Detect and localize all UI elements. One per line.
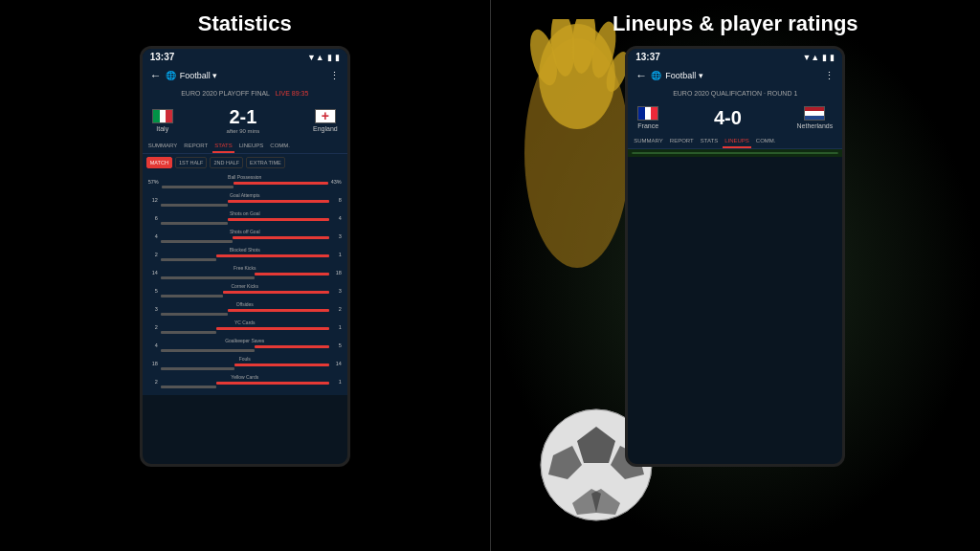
stat-bars: Corner Kicks bbox=[161, 283, 329, 298]
nav-left-right: ← 🌐 Football ▾ bbox=[635, 69, 703, 82]
tab-summary-right[interactable]: SUMMARY bbox=[632, 135, 665, 148]
bar-away bbox=[161, 258, 216, 261]
stat-bars: Shots off Goal bbox=[161, 229, 329, 243]
battery-icon-right: ▮ bbox=[830, 53, 835, 62]
score-main-right: 4-0 bbox=[714, 107, 742, 129]
bar-away bbox=[161, 367, 234, 370]
team-home-left: Italy bbox=[152, 109, 173, 132]
back-button-left[interactable]: ← bbox=[150, 69, 162, 82]
right-panel: Lineups & player ratings 13:37 ▼▲ ▮ ▮ ← … bbox=[491, 0, 981, 551]
back-button-right[interactable]: ← bbox=[635, 69, 647, 82]
tab-stats-left[interactable]: STATS bbox=[212, 140, 234, 153]
brand-right[interactable]: Football ▾ bbox=[665, 71, 703, 80]
stat-bars: Offsides bbox=[161, 301, 329, 316]
bar-home bbox=[228, 200, 329, 203]
status-icons-right: ▼▲ ▮ ▮ bbox=[802, 53, 835, 62]
share-button-right[interactable]: ⋮ bbox=[824, 70, 835, 82]
stat-row: 14Free Kicks18 bbox=[148, 265, 342, 279]
stat-away-val: 2 bbox=[332, 306, 342, 312]
stat-home-val: 3 bbox=[148, 306, 158, 312]
stat-bars: Goalkeeper Saves bbox=[161, 338, 329, 352]
score-center-left: 2-1 after 90 mins bbox=[227, 106, 260, 134]
stat-label: Corner Kicks bbox=[161, 283, 329, 289]
bar-away bbox=[161, 222, 228, 225]
player-dot bbox=[794, 152, 808, 154]
tab-commentary-left[interactable]: COMM. bbox=[268, 140, 292, 153]
globe-icon-left: 🌐 bbox=[166, 71, 176, 80]
filter-et-left[interactable]: EXTRA TIME bbox=[246, 157, 285, 168]
tabs-right: SUMMARY REPORT STATS LINEUPS COMM. bbox=[628, 135, 842, 149]
time-left: 13:37 bbox=[150, 52, 175, 62]
brand-left[interactable]: Football ▾ bbox=[180, 71, 218, 80]
netherlands-flag bbox=[804, 106, 825, 121]
bar-away bbox=[162, 186, 234, 188]
nav-left-left: ← 🌐 Football ▾ bbox=[150, 69, 218, 82]
stat-label: YC Cards bbox=[161, 320, 329, 325]
right-tablet: 13:37 ▼▲ ▮ ▮ ← 🌐 Football ▾ ⋮ EURO 2020 … bbox=[625, 46, 845, 467]
stat-home-val: 2 bbox=[148, 324, 158, 330]
bar-home bbox=[216, 254, 329, 257]
stat-label: Goal Attempts bbox=[161, 192, 329, 198]
signal-icon-right: ▼▲ bbox=[802, 53, 819, 62]
stat-home-val: 12 bbox=[148, 197, 158, 203]
tab-stats-right[interactable]: STATS bbox=[699, 135, 720, 148]
lineups-content: LlorisDigneKimpembeVaranePavardMatuidiPo… bbox=[628, 149, 842, 157]
tab-report-right[interactable]: REPORT bbox=[668, 135, 696, 148]
filter-1h-left[interactable]: 1ST HALF bbox=[175, 157, 208, 168]
player-dot bbox=[728, 152, 742, 154]
team-away-right: Netherlands bbox=[796, 106, 833, 129]
bar-away bbox=[161, 313, 228, 316]
left-panel-title: Statistics bbox=[198, 11, 292, 36]
player-dot bbox=[698, 152, 711, 154]
stat-away-val: 1 bbox=[332, 379, 342, 385]
stat-home-val: 57% bbox=[148, 179, 159, 185]
tab-summary-left[interactable]: SUMMARY bbox=[146, 140, 180, 153]
stat-row: 2Blocked Shots1 bbox=[148, 247, 342, 261]
player-dot bbox=[728, 152, 742, 154]
stat-bars: YC Cards bbox=[161, 320, 329, 334]
stat-label: Ball Possession bbox=[162, 174, 328, 180]
tab-report-left[interactable]: REPORT bbox=[182, 140, 210, 153]
stat-away-val: 1 bbox=[332, 324, 342, 330]
player-dot bbox=[657, 152, 670, 154]
stat-home-val: 4 bbox=[148, 342, 158, 348]
bar-away bbox=[161, 276, 256, 279]
player-dot bbox=[728, 152, 742, 154]
stat-label: Blocked Shots bbox=[161, 247, 329, 253]
share-button-left[interactable]: ⋮ bbox=[329, 70, 340, 82]
stat-away-val: 43% bbox=[331, 179, 342, 185]
stat-away-val: 8 bbox=[332, 197, 342, 203]
wifi-icon-right: ▮ bbox=[822, 53, 827, 62]
tab-lineups-left[interactable]: LINEUPS bbox=[237, 140, 266, 153]
filter-2h-left[interactable]: 2ND HALF bbox=[210, 157, 243, 168]
stat-bars: Fouls bbox=[161, 356, 329, 370]
bar-home bbox=[228, 309, 329, 312]
bar-away bbox=[161, 240, 234, 243]
italy-flag bbox=[152, 109, 173, 123]
tab-commentary-right[interactable]: COMM. bbox=[754, 135, 778, 148]
bar-home bbox=[255, 345, 328, 348]
player-dot bbox=[657, 152, 670, 154]
player-dot bbox=[667, 152, 680, 154]
bar-home bbox=[223, 291, 329, 294]
player-dot bbox=[786, 152, 799, 154]
pitch-center-circle bbox=[716, 152, 754, 154]
stat-row: 3Offsides2 bbox=[148, 301, 342, 316]
player-dot bbox=[794, 152, 808, 154]
player-dot bbox=[698, 152, 711, 154]
score-row-left: Italy 2-1 after 90 mins England bbox=[143, 100, 347, 140]
player-dot bbox=[790, 152, 803, 154]
france-flag bbox=[637, 106, 658, 121]
stat-label: Free Kicks bbox=[161, 265, 329, 271]
match-info-right: EURO 2020 QUALIFICATION · ROUND 1 bbox=[628, 86, 842, 100]
player-dot bbox=[728, 152, 742, 154]
nav-bar-right: ← 🌐 Football ▾ ⋮ bbox=[628, 65, 842, 86]
stat-row: 4Shots off Goal3 bbox=[148, 229, 342, 243]
status-icons-left: ▼▲ ▮ ▮ bbox=[307, 53, 340, 62]
player-dot bbox=[749, 152, 763, 154]
tab-lineups-right[interactable]: LINEUPS bbox=[723, 135, 751, 148]
filter-row-left: MATCH 1ST HALF 2ND HALF EXTRA TIME bbox=[143, 154, 347, 171]
bar-away bbox=[161, 295, 223, 298]
stat-label: Yellow Cards bbox=[161, 374, 329, 380]
filter-match-left[interactable]: MATCH bbox=[146, 157, 172, 168]
